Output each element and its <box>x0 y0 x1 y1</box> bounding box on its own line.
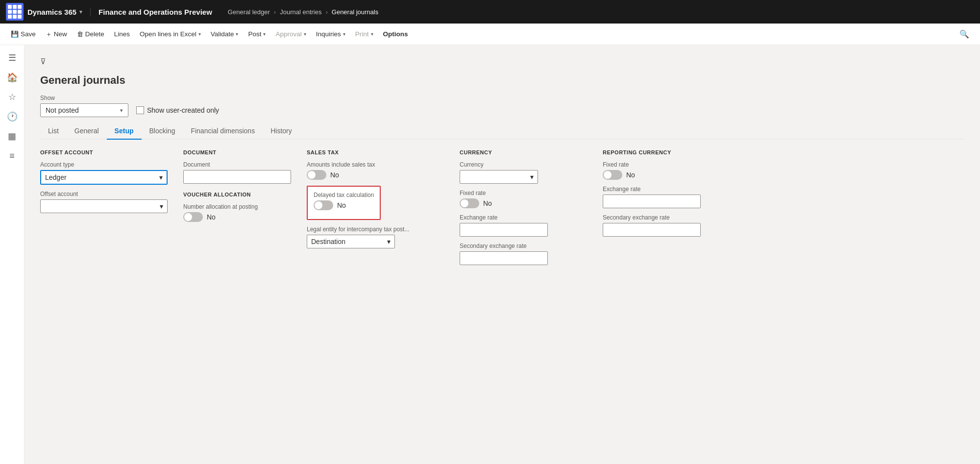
filter-bar: ⊽ <box>40 57 964 66</box>
reporting-fixed-rate-value: No <box>626 171 635 179</box>
main-content: ⊽ General journals Show Not posted ▾ Sho… <box>24 45 980 464</box>
currency-section: CURRENCY Currency ▾ Fixed rate No E <box>460 149 587 265</box>
sidebar-workspaces[interactable]: ▦ <box>3 127 21 145</box>
fixed-rate-label: Fixed rate <box>460 190 587 196</box>
breadcrumb-general-ledger[interactable]: General ledger <box>228 8 270 16</box>
exchange-rate-label: Exchange rate <box>460 214 587 221</box>
open-lines-chevron: ▾ <box>198 31 201 37</box>
sidebar-modules[interactable]: ≡ <box>3 147 21 165</box>
show-section: Show Not posted ▾ Show user-created only <box>40 95 964 117</box>
delete-button[interactable]: 🗑 Delete <box>72 27 109 41</box>
amounts-include-toggle[interactable] <box>307 170 326 180</box>
reporting-exchange-rate-input[interactable] <box>603 195 701 208</box>
validate-button[interactable]: Validate ▾ <box>206 27 244 41</box>
legal-entity-label: Legal entity for intercompany tax post..… <box>307 226 444 233</box>
breadcrumb-sep1: › <box>274 8 276 16</box>
reporting-fixed-rate-label: Fixed rate <box>603 161 964 168</box>
sidebar-favorites[interactable]: ☆ <box>3 88 21 106</box>
lines-button[interactable]: Lines <box>109 27 135 41</box>
offset-account-section: OFFSET ACCOUNT Account type Ledger ▾ Off… <box>40 149 168 265</box>
delayed-value: No <box>337 201 346 209</box>
currency-chevron: ▾ <box>530 173 534 181</box>
sidebar-hamburger[interactable]: ☰ <box>3 49 21 67</box>
app-name-chevron: ▾ <box>79 9 82 15</box>
show-label: Show <box>40 95 964 101</box>
account-type-field: Account type Ledger ▾ <box>40 161 168 185</box>
number-alloc-toggle[interactable] <box>183 212 203 222</box>
delayed-label: Delayed tax calculation <box>314 192 374 198</box>
secondary-exchange-label: Secondary exchange rate <box>460 243 587 249</box>
offset-account-title: OFFSET ACCOUNT <box>40 149 168 155</box>
fixed-rate-toggle-row: No <box>460 198 587 208</box>
sidebar-home[interactable]: 🏠 <box>3 69 21 86</box>
approval-button[interactable]: Approval ▾ <box>270 27 311 41</box>
exchange-rate-input[interactable] <box>460 223 548 237</box>
tabs: List General Setup Blocking Financial di… <box>40 123 964 140</box>
currency-dropdown[interactable]: ▾ <box>460 170 538 184</box>
legal-entity-dropdown[interactable]: Destination ▾ <box>307 235 395 248</box>
legal-entity-chevron: ▾ <box>387 238 391 245</box>
number-alloc-toggle-row: No <box>183 212 291 222</box>
breadcrumb-journal-entries[interactable]: Journal entries <box>280 8 321 16</box>
tab-list[interactable]: List <box>40 123 67 140</box>
reporting-fixed-rate-toggle[interactable] <box>603 170 622 180</box>
tab-blocking[interactable]: Blocking <box>142 123 183 140</box>
secondary-exchange-input[interactable] <box>460 251 548 265</box>
print-button[interactable]: Print ▾ <box>350 27 378 41</box>
toolbar: 💾 Save ＋ New 🗑 Delete Lines Open lines i… <box>0 24 980 45</box>
document-label: Document <box>183 161 291 168</box>
delayed-tax-box: Delayed tax calculation No <box>307 186 381 220</box>
tab-setup[interactable]: Setup <box>107 123 142 140</box>
document-title: DOCUMENT <box>183 149 291 155</box>
sidebar-recent[interactable]: 🕐 <box>3 108 21 125</box>
breadcrumb-general-journals: General journals <box>332 8 378 16</box>
new-button[interactable]: ＋ New <box>41 27 72 42</box>
reporting-secondary-exchange-input[interactable] <box>603 223 701 237</box>
options-button[interactable]: Options <box>378 27 413 41</box>
amounts-toggle-row: No <box>307 170 444 180</box>
offset-account-dropdown[interactable]: ▾ <box>40 199 168 213</box>
print-chevron: ▾ <box>371 31 373 37</box>
number-alloc-value: No <box>207 213 216 221</box>
delayed-toggle-row: No <box>314 200 374 210</box>
offset-account-chevron: ▾ <box>160 202 163 210</box>
show-user-created-checkbox[interactable]: Show user-created only <box>136 106 219 114</box>
filter-icon[interactable]: ⊽ <box>40 57 46 66</box>
currency-title: CURRENCY <box>460 149 587 155</box>
tab-general[interactable]: General <box>67 123 107 140</box>
post-chevron: ▾ <box>263 31 266 37</box>
document-section: DOCUMENT Document VOUCHER ALLOCATION Num… <box>183 149 291 265</box>
open-lines-excel-button[interactable]: Open lines in Excel ▾ <box>135 27 206 41</box>
breadcrumb: General ledger › Journal entries › Gener… <box>228 8 378 16</box>
sidebar: ☰ 🏠 ☆ 🕐 ▦ ≡ <box>0 45 24 464</box>
number-alloc-label: Number allocation at posting <box>183 203 291 210</box>
save-button[interactable]: 💾 Save <box>6 27 41 41</box>
reporting-exchange-rate-label: Exchange rate <box>603 186 964 193</box>
app-name[interactable]: Dynamics 365 ▾ <box>27 8 91 16</box>
main-layout: ☰ 🏠 ☆ 🕐 ▦ ≡ ⊽ General journals Show Not … <box>0 45 980 464</box>
delayed-tax-toggle[interactable] <box>314 200 333 210</box>
voucher-allocation-title: VOUCHER ALLOCATION <box>183 192 291 197</box>
amounts-label: Amounts include sales tax <box>307 161 444 168</box>
approval-chevron: ▾ <box>304 31 306 37</box>
search-button[interactable]: 🔍 <box>955 26 974 42</box>
tab-financial-dimensions[interactable]: Financial dimensions <box>183 123 263 140</box>
show-row: Not posted ▾ Show user-created only <box>40 103 964 117</box>
offset-account-field: Offset account ▾ <box>40 191 168 213</box>
top-nav: Dynamics 365 ▾ Finance and Operations Pr… <box>0 0 980 24</box>
setup-grid: OFFSET ACCOUNT Account type Ledger ▾ Off… <box>40 149 964 265</box>
inquiries-button[interactable]: Inquiries ▾ <box>311 27 350 41</box>
reporting-fixed-rate-toggle-row: No <box>603 170 964 180</box>
show-dropdown[interactable]: Not posted ▾ <box>40 103 128 117</box>
checkbox-box <box>136 106 144 114</box>
tab-history[interactable]: History <box>263 123 300 140</box>
post-button[interactable]: Post ▾ <box>243 27 270 41</box>
reporting-secondary-exchange-label: Secondary exchange rate <box>603 214 964 221</box>
document-input[interactable] <box>183 170 291 184</box>
amounts-value: No <box>330 171 339 179</box>
inquiries-chevron: ▾ <box>343 31 345 37</box>
fixed-rate-toggle[interactable] <box>460 198 479 208</box>
new-icon: ＋ <box>46 30 52 39</box>
account-type-dropdown[interactable]: Ledger ▾ <box>40 170 168 185</box>
waffle-icon[interactable] <box>6 3 24 21</box>
